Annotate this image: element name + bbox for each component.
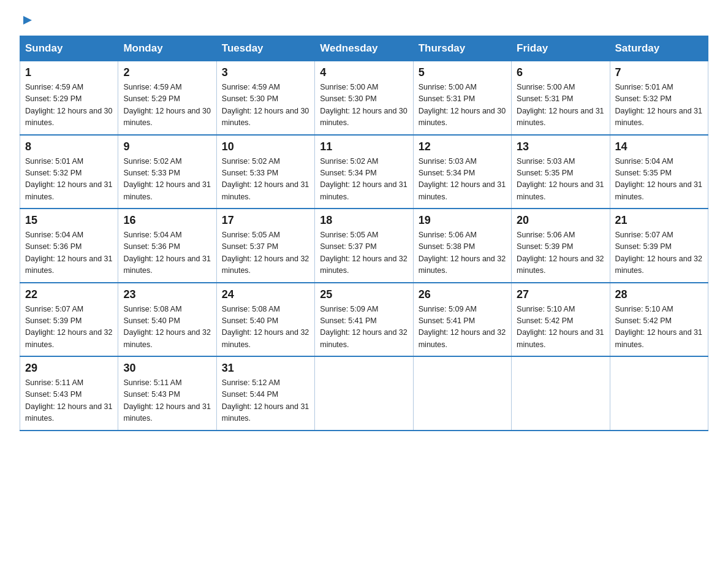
calendar-cell: 26 Sunrise: 5:09 AMSunset: 5:41 PMDaylig…	[413, 283, 511, 357]
col-friday: Friday	[512, 36, 610, 61]
calendar-cell: 1 Sunrise: 4:59 AMSunset: 5:29 PMDayligh…	[20, 61, 118, 135]
day-number: 25	[320, 288, 408, 301]
day-number: 11	[320, 140, 408, 153]
day-info: Sunrise: 5:12 AMSunset: 5:44 PMDaylight:…	[222, 378, 309, 423]
day-info: Sunrise: 5:03 AMSunset: 5:34 PMDaylight:…	[419, 157, 506, 201]
calendar-cell: 4 Sunrise: 5:00 AMSunset: 5:30 PMDayligh…	[315, 61, 413, 135]
day-info: Sunrise: 5:04 AMSunset: 5:35 PMDaylight:…	[615, 157, 702, 201]
day-number: 24	[222, 288, 309, 301]
calendar-cell: 11 Sunrise: 5:02 AMSunset: 5:34 PMDaylig…	[315, 135, 413, 209]
day-info: Sunrise: 5:02 AMSunset: 5:33 PMDaylight:…	[123, 157, 210, 201]
calendar-cell: 29 Sunrise: 5:11 AMSunset: 5:43 PMDaylig…	[20, 356, 118, 431]
day-info: Sunrise: 5:11 AMSunset: 5:43 PMDaylight:…	[123, 378, 210, 423]
day-info: Sunrise: 5:10 AMSunset: 5:42 PMDaylight:…	[517, 305, 604, 349]
day-info: Sunrise: 5:01 AMSunset: 5:32 PMDaylight:…	[615, 83, 702, 127]
day-number: 10	[222, 140, 309, 153]
calendar-body: 1 Sunrise: 4:59 AMSunset: 5:29 PMDayligh…	[20, 61, 708, 431]
calendar-cell: 27 Sunrise: 5:10 AMSunset: 5:42 PMDaylig…	[512, 283, 610, 357]
calendar-cell	[315, 356, 413, 431]
day-number: 5	[419, 66, 506, 79]
day-info: Sunrise: 5:05 AMSunset: 5:37 PMDaylight:…	[320, 231, 407, 275]
col-tuesday: Tuesday	[216, 36, 314, 61]
logo	[20, 15, 34, 25]
day-number: 2	[123, 66, 211, 79]
day-info: Sunrise: 5:04 AMSunset: 5:36 PMDaylight:…	[25, 231, 112, 275]
day-info: Sunrise: 4:59 AMSunset: 5:29 PMDaylight:…	[25, 83, 112, 127]
day-number: 6	[517, 66, 604, 79]
calendar-cell: 14 Sunrise: 5:04 AMSunset: 5:35 PMDaylig…	[610, 135, 708, 209]
col-thursday: Thursday	[413, 36, 511, 61]
day-number: 26	[419, 288, 506, 301]
day-number: 3	[222, 66, 309, 79]
day-info: Sunrise: 4:59 AMSunset: 5:29 PMDaylight:…	[123, 83, 210, 127]
day-info: Sunrise: 5:00 AMSunset: 5:31 PMDaylight:…	[517, 83, 604, 127]
calendar-cell: 21 Sunrise: 5:07 AMSunset: 5:39 PMDaylig…	[610, 209, 708, 283]
day-number: 12	[419, 140, 506, 153]
day-info: Sunrise: 5:08 AMSunset: 5:40 PMDaylight:…	[222, 305, 309, 349]
calendar-cell: 15 Sunrise: 5:04 AMSunset: 5:36 PMDaylig…	[20, 209, 118, 283]
day-number: 23	[123, 288, 211, 301]
calendar-cell: 6 Sunrise: 5:00 AMSunset: 5:31 PMDayligh…	[512, 61, 610, 135]
calendar-cell: 10 Sunrise: 5:02 AMSunset: 5:33 PMDaylig…	[216, 135, 314, 209]
day-number: 19	[419, 214, 506, 227]
page-header	[20, 15, 708, 25]
day-number: 22	[25, 288, 113, 301]
calendar-cell: 8 Sunrise: 5:01 AMSunset: 5:32 PMDayligh…	[20, 135, 118, 209]
day-info: Sunrise: 5:09 AMSunset: 5:41 PMDaylight:…	[419, 305, 506, 349]
day-info: Sunrise: 5:02 AMSunset: 5:34 PMDaylight:…	[320, 157, 407, 201]
calendar-cell: 16 Sunrise: 5:04 AMSunset: 5:36 PMDaylig…	[118, 209, 216, 283]
calendar-cell	[512, 356, 610, 431]
day-number: 7	[615, 66, 703, 79]
day-info: Sunrise: 5:00 AMSunset: 5:30 PMDaylight:…	[320, 83, 407, 127]
day-info: Sunrise: 5:06 AMSunset: 5:39 PMDaylight:…	[517, 231, 604, 275]
calendar-cell: 24 Sunrise: 5:08 AMSunset: 5:40 PMDaylig…	[216, 283, 314, 357]
day-info: Sunrise: 5:08 AMSunset: 5:40 PMDaylight:…	[123, 305, 210, 349]
day-number: 8	[25, 140, 113, 153]
day-info: Sunrise: 5:11 AMSunset: 5:43 PMDaylight:…	[25, 378, 112, 423]
day-info: Sunrise: 4:59 AMSunset: 5:30 PMDaylight:…	[222, 83, 309, 127]
day-info: Sunrise: 5:03 AMSunset: 5:35 PMDaylight:…	[517, 157, 604, 201]
day-number: 9	[123, 140, 211, 153]
day-number: 13	[517, 140, 604, 153]
calendar-cell: 28 Sunrise: 5:10 AMSunset: 5:42 PMDaylig…	[610, 283, 708, 357]
day-info: Sunrise: 5:05 AMSunset: 5:37 PMDaylight:…	[222, 231, 309, 275]
day-info: Sunrise: 5:02 AMSunset: 5:33 PMDaylight:…	[222, 157, 309, 201]
calendar-cell	[610, 356, 708, 431]
calendar-cell: 12 Sunrise: 5:03 AMSunset: 5:34 PMDaylig…	[413, 135, 511, 209]
calendar-cell: 30 Sunrise: 5:11 AMSunset: 5:43 PMDaylig…	[118, 356, 216, 431]
calendar-cell: 25 Sunrise: 5:09 AMSunset: 5:41 PMDaylig…	[315, 283, 413, 357]
calendar-cell: 18 Sunrise: 5:05 AMSunset: 5:37 PMDaylig…	[315, 209, 413, 283]
col-sunday: Sunday	[20, 36, 118, 61]
calendar-cell: 2 Sunrise: 4:59 AMSunset: 5:29 PMDayligh…	[118, 61, 216, 135]
calendar-cell: 23 Sunrise: 5:08 AMSunset: 5:40 PMDaylig…	[118, 283, 216, 357]
day-number: 4	[320, 66, 408, 79]
day-number: 17	[222, 214, 309, 227]
calendar-cell	[413, 356, 511, 431]
calendar-cell: 22 Sunrise: 5:07 AMSunset: 5:39 PMDaylig…	[20, 283, 118, 357]
day-info: Sunrise: 5:06 AMSunset: 5:38 PMDaylight:…	[419, 231, 506, 275]
calendar-cell: 5 Sunrise: 5:00 AMSunset: 5:31 PMDayligh…	[413, 61, 511, 135]
col-wednesday: Wednesday	[315, 36, 413, 61]
calendar-cell: 3 Sunrise: 4:59 AMSunset: 5:30 PMDayligh…	[216, 61, 314, 135]
calendar-table: Sunday Monday Tuesday Wednesday Thursday…	[20, 36, 708, 431]
calendar-cell: 17 Sunrise: 5:05 AMSunset: 5:37 PMDaylig…	[216, 209, 314, 283]
day-info: Sunrise: 5:10 AMSunset: 5:42 PMDaylight:…	[615, 305, 702, 349]
calendar-cell: 20 Sunrise: 5:06 AMSunset: 5:39 PMDaylig…	[512, 209, 610, 283]
day-info: Sunrise: 5:04 AMSunset: 5:36 PMDaylight:…	[123, 231, 210, 275]
day-info: Sunrise: 5:07 AMSunset: 5:39 PMDaylight:…	[25, 305, 112, 349]
col-saturday: Saturday	[610, 36, 708, 61]
calendar-week-row: 15 Sunrise: 5:04 AMSunset: 5:36 PMDaylig…	[20, 209, 708, 283]
day-number: 29	[25, 362, 113, 375]
calendar-cell: 13 Sunrise: 5:03 AMSunset: 5:35 PMDaylig…	[512, 135, 610, 209]
day-number: 31	[222, 362, 309, 375]
day-number: 21	[615, 214, 703, 227]
calendar-week-row: 29 Sunrise: 5:11 AMSunset: 5:43 PMDaylig…	[20, 356, 708, 431]
calendar-cell: 9 Sunrise: 5:02 AMSunset: 5:33 PMDayligh…	[118, 135, 216, 209]
calendar-header: Sunday Monday Tuesday Wednesday Thursday…	[20, 36, 708, 61]
day-number: 28	[615, 288, 703, 301]
day-number: 27	[517, 288, 604, 301]
logo-arrow-icon	[21, 13, 34, 27]
header-row: Sunday Monday Tuesday Wednesday Thursday…	[20, 36, 708, 61]
day-number: 20	[517, 214, 604, 227]
day-number: 18	[320, 214, 408, 227]
